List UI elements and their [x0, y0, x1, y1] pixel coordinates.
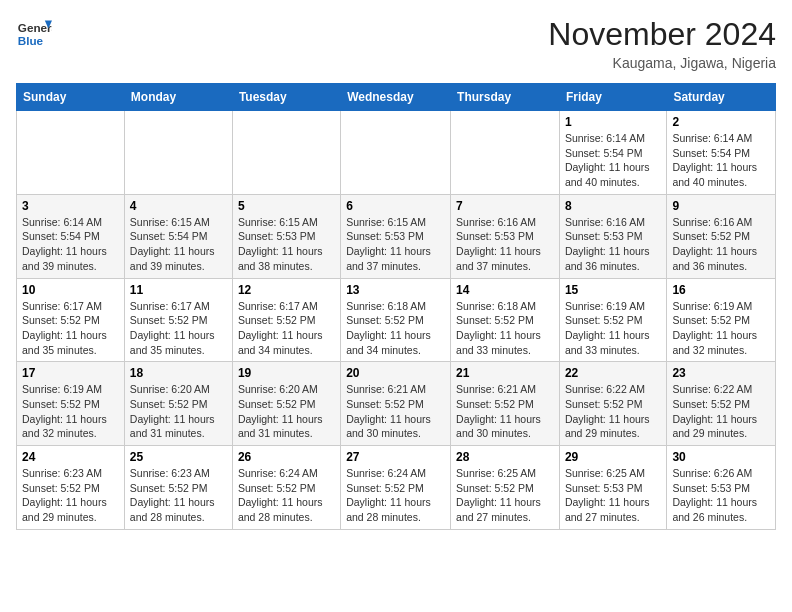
day-number: 5: [238, 199, 335, 213]
calendar-cell: 27Sunrise: 6:24 AM Sunset: 5:52 PM Dayli…: [341, 446, 451, 530]
day-number: 13: [346, 283, 445, 297]
day-number: 3: [22, 199, 119, 213]
day-info: Sunrise: 6:14 AM Sunset: 5:54 PM Dayligh…: [565, 131, 661, 190]
day-info: Sunrise: 6:17 AM Sunset: 5:52 PM Dayligh…: [238, 299, 335, 358]
calendar-cell: [451, 111, 560, 195]
day-number: 20: [346, 366, 445, 380]
day-number: 26: [238, 450, 335, 464]
svg-text:Blue: Blue: [18, 34, 44, 47]
calendar-cell: 18Sunrise: 6:20 AM Sunset: 5:52 PM Dayli…: [124, 362, 232, 446]
calendar-cell: 26Sunrise: 6:24 AM Sunset: 5:52 PM Dayli…: [232, 446, 340, 530]
calendar-cell: 16Sunrise: 6:19 AM Sunset: 5:52 PM Dayli…: [667, 278, 776, 362]
day-number: 6: [346, 199, 445, 213]
calendar-week-row: 24Sunrise: 6:23 AM Sunset: 5:52 PM Dayli…: [17, 446, 776, 530]
day-number: 7: [456, 199, 554, 213]
day-info: Sunrise: 6:22 AM Sunset: 5:52 PM Dayligh…: [565, 382, 661, 441]
day-info: Sunrise: 6:15 AM Sunset: 5:53 PM Dayligh…: [346, 215, 445, 274]
calendar-cell: 17Sunrise: 6:19 AM Sunset: 5:52 PM Dayli…: [17, 362, 125, 446]
day-number: 24: [22, 450, 119, 464]
calendar-cell: 24Sunrise: 6:23 AM Sunset: 5:52 PM Dayli…: [17, 446, 125, 530]
calendar-cell: 10Sunrise: 6:17 AM Sunset: 5:52 PM Dayli…: [17, 278, 125, 362]
day-info: Sunrise: 6:19 AM Sunset: 5:52 PM Dayligh…: [22, 382, 119, 441]
day-number: 19: [238, 366, 335, 380]
day-info: Sunrise: 6:18 AM Sunset: 5:52 PM Dayligh…: [346, 299, 445, 358]
logo-icon: General Blue: [16, 16, 52, 52]
calendar-cell: 2Sunrise: 6:14 AM Sunset: 5:54 PM Daylig…: [667, 111, 776, 195]
calendar-cell: [124, 111, 232, 195]
day-number: 14: [456, 283, 554, 297]
day-info: Sunrise: 6:17 AM Sunset: 5:52 PM Dayligh…: [130, 299, 227, 358]
day-info: Sunrise: 6:16 AM Sunset: 5:52 PM Dayligh…: [672, 215, 770, 274]
calendar-cell: 11Sunrise: 6:17 AM Sunset: 5:52 PM Dayli…: [124, 278, 232, 362]
calendar-cell: 12Sunrise: 6:17 AM Sunset: 5:52 PM Dayli…: [232, 278, 340, 362]
day-info: Sunrise: 6:25 AM Sunset: 5:52 PM Dayligh…: [456, 466, 554, 525]
calendar-cell: 9Sunrise: 6:16 AM Sunset: 5:52 PM Daylig…: [667, 194, 776, 278]
day-info: Sunrise: 6:25 AM Sunset: 5:53 PM Dayligh…: [565, 466, 661, 525]
day-number: 30: [672, 450, 770, 464]
day-info: Sunrise: 6:16 AM Sunset: 5:53 PM Dayligh…: [456, 215, 554, 274]
weekday-header-wednesday: Wednesday: [341, 84, 451, 111]
calendar-week-row: 3Sunrise: 6:14 AM Sunset: 5:54 PM Daylig…: [17, 194, 776, 278]
calendar-cell: 5Sunrise: 6:15 AM Sunset: 5:53 PM Daylig…: [232, 194, 340, 278]
calendar-cell: 21Sunrise: 6:21 AM Sunset: 5:52 PM Dayli…: [451, 362, 560, 446]
day-info: Sunrise: 6:20 AM Sunset: 5:52 PM Dayligh…: [130, 382, 227, 441]
calendar-cell: 29Sunrise: 6:25 AM Sunset: 5:53 PM Dayli…: [559, 446, 666, 530]
day-number: 29: [565, 450, 661, 464]
calendar-cell: 15Sunrise: 6:19 AM Sunset: 5:52 PM Dayli…: [559, 278, 666, 362]
location: Kaugama, Jigawa, Nigeria: [548, 55, 776, 71]
day-number: 12: [238, 283, 335, 297]
calendar-cell: 4Sunrise: 6:15 AM Sunset: 5:54 PM Daylig…: [124, 194, 232, 278]
day-info: Sunrise: 6:21 AM Sunset: 5:52 PM Dayligh…: [346, 382, 445, 441]
calendar-cell: 23Sunrise: 6:22 AM Sunset: 5:52 PM Dayli…: [667, 362, 776, 446]
month-title: November 2024: [548, 16, 776, 53]
weekday-header-tuesday: Tuesday: [232, 84, 340, 111]
calendar-cell: 14Sunrise: 6:18 AM Sunset: 5:52 PM Dayli…: [451, 278, 560, 362]
day-info: Sunrise: 6:24 AM Sunset: 5:52 PM Dayligh…: [238, 466, 335, 525]
day-number: 22: [565, 366, 661, 380]
weekday-header-row: SundayMondayTuesdayWednesdayThursdayFrid…: [17, 84, 776, 111]
calendar-cell: 28Sunrise: 6:25 AM Sunset: 5:52 PM Dayli…: [451, 446, 560, 530]
weekday-header-monday: Monday: [124, 84, 232, 111]
day-number: 21: [456, 366, 554, 380]
day-info: Sunrise: 6:26 AM Sunset: 5:53 PM Dayligh…: [672, 466, 770, 525]
day-number: 15: [565, 283, 661, 297]
day-number: 28: [456, 450, 554, 464]
day-info: Sunrise: 6:20 AM Sunset: 5:52 PM Dayligh…: [238, 382, 335, 441]
day-number: 4: [130, 199, 227, 213]
day-number: 10: [22, 283, 119, 297]
title-area: November 2024 Kaugama, Jigawa, Nigeria: [548, 16, 776, 71]
calendar-cell: 7Sunrise: 6:16 AM Sunset: 5:53 PM Daylig…: [451, 194, 560, 278]
day-info: Sunrise: 6:17 AM Sunset: 5:52 PM Dayligh…: [22, 299, 119, 358]
calendar: SundayMondayTuesdayWednesdayThursdayFrid…: [16, 83, 776, 530]
day-info: Sunrise: 6:14 AM Sunset: 5:54 PM Dayligh…: [22, 215, 119, 274]
calendar-cell: 8Sunrise: 6:16 AM Sunset: 5:53 PM Daylig…: [559, 194, 666, 278]
day-info: Sunrise: 6:23 AM Sunset: 5:52 PM Dayligh…: [22, 466, 119, 525]
day-number: 25: [130, 450, 227, 464]
calendar-cell: 3Sunrise: 6:14 AM Sunset: 5:54 PM Daylig…: [17, 194, 125, 278]
calendar-cell: [232, 111, 340, 195]
day-number: 1: [565, 115, 661, 129]
day-number: 23: [672, 366, 770, 380]
weekday-header-sunday: Sunday: [17, 84, 125, 111]
day-info: Sunrise: 6:22 AM Sunset: 5:52 PM Dayligh…: [672, 382, 770, 441]
calendar-cell: 6Sunrise: 6:15 AM Sunset: 5:53 PM Daylig…: [341, 194, 451, 278]
day-number: 2: [672, 115, 770, 129]
day-info: Sunrise: 6:19 AM Sunset: 5:52 PM Dayligh…: [565, 299, 661, 358]
calendar-cell: [341, 111, 451, 195]
day-info: Sunrise: 6:14 AM Sunset: 5:54 PM Dayligh…: [672, 131, 770, 190]
day-number: 18: [130, 366, 227, 380]
day-info: Sunrise: 6:18 AM Sunset: 5:52 PM Dayligh…: [456, 299, 554, 358]
calendar-cell: 22Sunrise: 6:22 AM Sunset: 5:52 PM Dayli…: [559, 362, 666, 446]
day-info: Sunrise: 6:15 AM Sunset: 5:54 PM Dayligh…: [130, 215, 227, 274]
day-info: Sunrise: 6:21 AM Sunset: 5:52 PM Dayligh…: [456, 382, 554, 441]
day-number: 8: [565, 199, 661, 213]
header: General Blue November 2024 Kaugama, Jiga…: [16, 16, 776, 71]
calendar-week-row: 10Sunrise: 6:17 AM Sunset: 5:52 PM Dayli…: [17, 278, 776, 362]
calendar-cell: 1Sunrise: 6:14 AM Sunset: 5:54 PM Daylig…: [559, 111, 666, 195]
day-number: 9: [672, 199, 770, 213]
day-info: Sunrise: 6:24 AM Sunset: 5:52 PM Dayligh…: [346, 466, 445, 525]
calendar-cell: 13Sunrise: 6:18 AM Sunset: 5:52 PM Dayli…: [341, 278, 451, 362]
weekday-header-friday: Friday: [559, 84, 666, 111]
calendar-week-row: 1Sunrise: 6:14 AM Sunset: 5:54 PM Daylig…: [17, 111, 776, 195]
weekday-header-thursday: Thursday: [451, 84, 560, 111]
